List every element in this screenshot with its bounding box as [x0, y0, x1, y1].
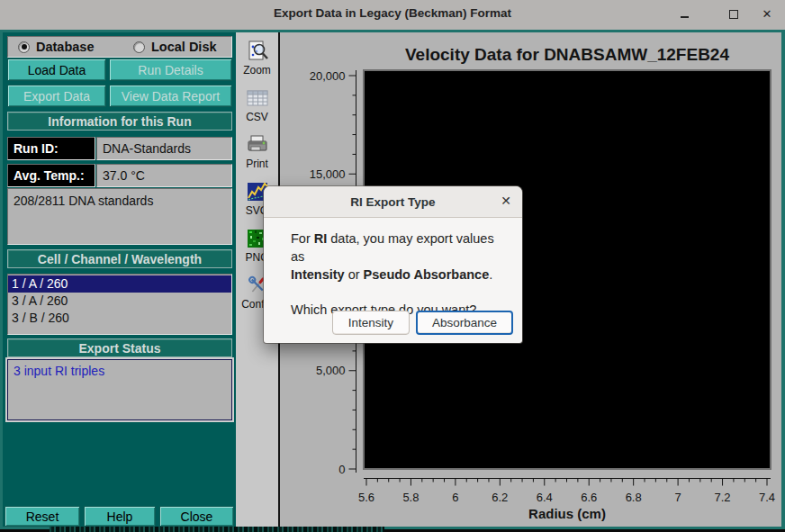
run-id-value: DNA-Standards — [96, 137, 232, 160]
absorbance-button[interactable]: Absorbance — [416, 311, 513, 335]
svg-text:5.8: 5.8 — [402, 491, 419, 504]
run-details-button[interactable]: Run Details — [109, 59, 232, 81]
window-titlebar[interactable]: Export Data in Legacy (Beckman) Format ✕ — [0, 0, 785, 31]
close-button[interactable]: Close — [159, 506, 234, 527]
zoom-icon — [246, 40, 269, 63]
toolbar-item-csv[interactable]: CSV — [236, 86, 278, 123]
run-description-box: 208/2811 DNA standards — [7, 188, 232, 245]
triple-section-header: Cell / Channel / Wavelength — [7, 249, 232, 268]
help-button[interactable]: Help — [84, 506, 156, 527]
radio-local-disk-label: Local Disk — [151, 40, 217, 54]
svg-text:20,000: 20,000 — [310, 69, 346, 83]
export-data-button[interactable]: Export Data — [7, 85, 106, 107]
toolbar-item-print[interactable]: Print — [236, 133, 278, 170]
list-item[interactable]: 1 / A / 260 — [8, 275, 231, 293]
avg-temp-label: Avg. Temp.: — [7, 164, 95, 187]
radio-local-disk[interactable]: Local Disk — [133, 40, 217, 54]
svg-text:6.8: 6.8 — [626, 491, 642, 504]
toolbar-label-svg: Print — [236, 158, 278, 170]
view-data-report-button[interactable]: View Data Report — [109, 85, 232, 107]
background-window-edge — [50, 527, 384, 532]
list-item[interactable]: 3 / A / 260 — [8, 293, 231, 310]
info-section-header: Information for this Run — [7, 112, 232, 131]
status-section-header: Export Status — [7, 338, 232, 357]
ri-export-type-dialog: RI Export Type ✕ For RI data, you may ex… — [264, 186, 522, 343]
intensity-button[interactable]: Intensity — [332, 311, 410, 335]
triple-list[interactable]: 1 / A / 2603 / A / 2603 / B / 260 — [7, 274, 232, 335]
print-icon — [246, 133, 269, 157]
svg-text:15,000: 15,000 — [310, 167, 346, 181]
svg-text:6: 6 — [452, 491, 458, 504]
reset-button[interactable]: Reset — [5, 506, 80, 527]
export-status-box: 3 input RI triples — [7, 359, 232, 420]
window-title: Export Data in Legacy (Beckman) Format — [0, 6, 785, 20]
minimize-icon[interactable] — [679, 8, 691, 21]
list-item[interactable]: 3 / B / 260 — [8, 310, 231, 327]
dialog-close-icon[interactable]: ✕ — [501, 194, 511, 208]
app-window: Export Data in Legacy (Beckman) Format ✕… — [0, 0, 785, 532]
svg-text:6.2: 6.2 — [492, 491, 508, 504]
radio-database-label: Database — [36, 40, 94, 54]
avg-temp-value: 37.0 °C — [96, 164, 232, 187]
svg-text:7.2: 7.2 — [715, 491, 731, 504]
dialog-body: For RI data, you may export values as In… — [264, 218, 522, 343]
svg-text:6.6: 6.6 — [581, 491, 597, 504]
svg-text:Radius (cm): Radius (cm) — [528, 506, 606, 521]
svg-text:7.4: 7.4 — [759, 491, 775, 504]
run-id-label: Run ID: — [7, 137, 95, 160]
svg-text:Velocity Data for DNABSAMW_12F: Velocity Data for DNABSAMW_12FEB24 — [405, 45, 729, 64]
dialog-message: For RI data, you may export values as In… — [291, 230, 497, 284]
close-icon[interactable]: ✕ — [761, 8, 773, 21]
radio-button-icon[interactable] — [133, 41, 145, 53]
radio-database[interactable]: Database — [18, 40, 133, 54]
svg-text:0: 0 — [338, 463, 345, 476]
svg-text:6.4: 6.4 — [537, 491, 553, 504]
toolbar-label-csv: CSV — [236, 111, 278, 123]
dialog-titlebar[interactable]: RI Export Type ✕ — [264, 186, 522, 218]
load-data-button[interactable]: Load Data — [7, 59, 106, 81]
maximize-icon[interactable] — [727, 8, 740, 21]
svg-text:7: 7 — [674, 491, 681, 504]
toolbar-item-zoom[interactable]: Zoom — [236, 40, 278, 77]
dialog-buttons: Intensity Absorbance — [332, 311, 513, 335]
toolbar-label-zoom: Zoom — [236, 64, 278, 77]
csv-icon — [246, 86, 269, 110]
svg-text:5.6: 5.6 — [358, 491, 374, 504]
dialog-title: RI Export Type — [350, 195, 435, 209]
svg-text:5,000: 5,000 — [316, 364, 346, 377]
data-source-row: Database Local Disk — [7, 36, 232, 58]
radio-button-icon[interactable] — [18, 41, 30, 53]
sidebar: Database Local Disk Load Data Run Detail… — [3, 32, 236, 527]
